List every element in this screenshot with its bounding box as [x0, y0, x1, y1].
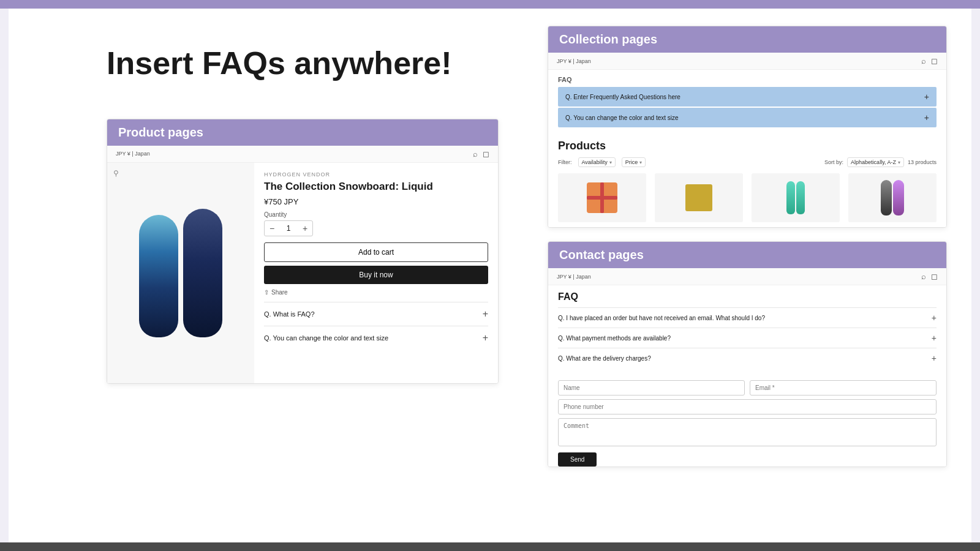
main-area: Insert FAQs anywhere! Product pages JPY …: [9, 9, 971, 542]
collection-card-content: JPY ¥ | Japan ⌕ ◻ FAQ Q. Enter Frequentl…: [548, 53, 946, 227]
qty-increase-button[interactable]: +: [298, 221, 312, 236]
products-title: Products: [558, 140, 937, 152]
dark-purple-boards: [881, 180, 904, 216]
buy-now-button[interactable]: Buy it now: [264, 266, 488, 284]
filter-bar: Filter: Availability ▾ Price ▾ Sort: [558, 157, 937, 167]
product-faq-expand-2[interactable]: +: [483, 332, 488, 343]
share-label: Share: [271, 289, 288, 296]
search-icon[interactable]: ⌕: [473, 149, 478, 159]
collection-faq-expand-2[interactable]: +: [924, 113, 929, 122]
gift-box-product: [587, 182, 617, 213]
cart-icon[interactable]: ◻: [483, 149, 489, 159]
sort-by-label: Sort by:: [824, 159, 843, 165]
collection-cart-icon[interactable]: ◻: [931, 56, 938, 66]
contact-form: Send: [548, 374, 946, 467]
collection-locale: JPY ¥ | Japan: [557, 58, 591, 64]
product-page-card: Product pages JPY ¥ | Japan ⌕ ◻ ⚲: [107, 119, 499, 384]
contact-email-input[interactable]: [750, 380, 937, 395]
product-name: The Collection Snowboard: Liquid: [264, 180, 488, 193]
collection-page-card: Collection pages JPY ¥ | Japan ⌕ ◻ FAQ Q…: [548, 26, 947, 228]
products-section: Products Filter: Availability ▾ Price ▾: [548, 135, 946, 227]
share-link[interactable]: ⇧ Share: [264, 289, 488, 296]
product-thumb-3: [752, 173, 840, 222]
teal-boards-product: [786, 181, 805, 214]
product-thumb-1: [558, 173, 646, 222]
zoom-icon[interactable]: ⚲: [113, 169, 119, 178]
collection-card-header: Collection pages: [548, 26, 946, 53]
price-chevron-icon: ▾: [639, 160, 642, 165]
contact-card-content: JPY ¥ | Japan ⌕ ◻ FAQ Q. I have placed a…: [548, 268, 946, 467]
collection-browser-chrome: JPY ¥ | Japan ⌕ ◻: [548, 53, 946, 70]
product-details: HYDROGEN VENDOR The Collection Snowboard…: [254, 163, 498, 383]
availability-filter-label: Availability: [582, 159, 608, 165]
product-faq-item-1: Q. What is FAQ? +: [264, 302, 488, 326]
contact-submit-button[interactable]: Send: [558, 452, 597, 467]
availability-chevron-icon: ▾: [609, 160, 612, 165]
product-browser-icons: ⌕ ◻: [473, 149, 489, 159]
contact-browser-chrome: JPY ¥ | Japan ⌕ ◻: [548, 268, 946, 285]
collection-faq-item-1: Q. Enter Frequently Asked Questions here…: [558, 87, 937, 107]
product-faq-item-2: Q. You can change the color and text siz…: [264, 326, 488, 350]
contact-faq-expand-1[interactable]: +: [932, 313, 937, 323]
yellow-product: [685, 184, 712, 211]
availability-filter[interactable]: Availability ▾: [578, 157, 616, 167]
contact-name-input[interactable]: [558, 380, 745, 395]
collection-search-icon[interactable]: ⌕: [921, 56, 926, 66]
qty-decrease-button[interactable]: −: [265, 221, 279, 236]
contact-inner: FAQ Q. I have placed an order but have n…: [548, 285, 946, 374]
contact-faq-item-1: Q. I have placed an order but have not r…: [558, 307, 937, 328]
product-card-inner: JPY ¥ | Japan ⌕ ◻ ⚲: [107, 146, 498, 383]
share-icon: ⇧: [264, 289, 269, 296]
top-bar: [0, 0, 980, 9]
qty-stepper: − 1 +: [264, 220, 313, 236]
product-faq-q2: Q. You can change the color and text siz…: [264, 334, 388, 342]
contact-search-icon[interactable]: ⌕: [921, 272, 926, 281]
contact-faq-q3: Q. What are the delivery charges?: [558, 355, 651, 362]
products-count: 13 products: [908, 159, 937, 165]
product-price: ¥750 JPY: [264, 197, 488, 206]
contact-cart-icon[interactable]: ◻: [931, 272, 938, 281]
contact-faq-item-2: Q. What payment methods are available? +: [558, 328, 937, 348]
collection-faq-label: FAQ: [558, 76, 937, 83]
collection-card-header-label: Collection pages: [559, 32, 657, 46]
contact-phone-input[interactable]: [558, 399, 937, 414]
contact-faq-expand-3[interactable]: +: [932, 353, 937, 363]
sort-select[interactable]: Alphabetically, A-Z ▾: [847, 157, 904, 167]
hero-title: Insert FAQs anywhere!: [107, 45, 499, 82]
sort-chevron-icon: ▾: [898, 160, 900, 165]
contact-comment-textarea[interactable]: [558, 418, 937, 446]
snowboard-2: [183, 209, 222, 337]
contact-faq-title: FAQ: [558, 291, 937, 302]
add-to-cart-button[interactable]: Add to cart: [264, 242, 488, 262]
product-locale: JPY ¥ | Japan: [116, 151, 150, 157]
product-faq-expand-1[interactable]: +: [483, 309, 488, 320]
product-thumb-4: [848, 173, 937, 222]
product-faq-q1: Q. What is FAQ?: [264, 310, 315, 318]
product-thumb-2: [655, 173, 743, 222]
contact-faq-expand-2[interactable]: +: [932, 333, 937, 343]
product-content: ⚲ HYDROGEN VENDOR The Collection Snowboa…: [107, 163, 498, 383]
collection-inner: FAQ Q. Enter Frequently Asked Questions …: [548, 70, 946, 135]
price-filter[interactable]: Price ▾: [622, 157, 646, 167]
contact-faq-q1: Q. I have placed an order but have not r…: [558, 315, 765, 321]
filter-label: Filter:: [558, 159, 572, 165]
product-card-header-label: Product pages: [118, 126, 203, 139]
contact-page-card: Contact pages JPY ¥ | Japan ⌕ ◻ FAQ Q. I…: [548, 241, 947, 467]
product-vendor: HYDROGEN VENDOR: [264, 171, 488, 178]
products-grid: [558, 173, 937, 222]
collection-faq-item-2: Q. You can change the color and text siz…: [558, 108, 937, 127]
teal-board-1: [786, 181, 795, 214]
left-panel: Insert FAQs anywhere! Product pages JPY …: [9, 9, 535, 408]
form-name-email-row: [558, 380, 937, 395]
qty-value: 1: [279, 224, 298, 233]
teal-board-2: [796, 181, 805, 214]
collection-faq-q1: Q. Enter Frequently Asked Questions here: [565, 94, 680, 100]
product-card-header: Product pages: [107, 119, 498, 146]
price-filter-label: Price: [625, 159, 638, 165]
purple-board: [893, 180, 904, 216]
filter-right: Sort by: Alphabetically, A-Z ▾ 13 produc…: [824, 157, 937, 167]
contact-faq-item-3: Q. What are the delivery charges? +: [558, 348, 937, 368]
collection-faq-expand-1[interactable]: +: [924, 92, 929, 102]
dark-board: [881, 180, 892, 216]
right-panel: Collection pages JPY ¥ | Japan ⌕ ◻ FAQ Q…: [535, 9, 971, 492]
